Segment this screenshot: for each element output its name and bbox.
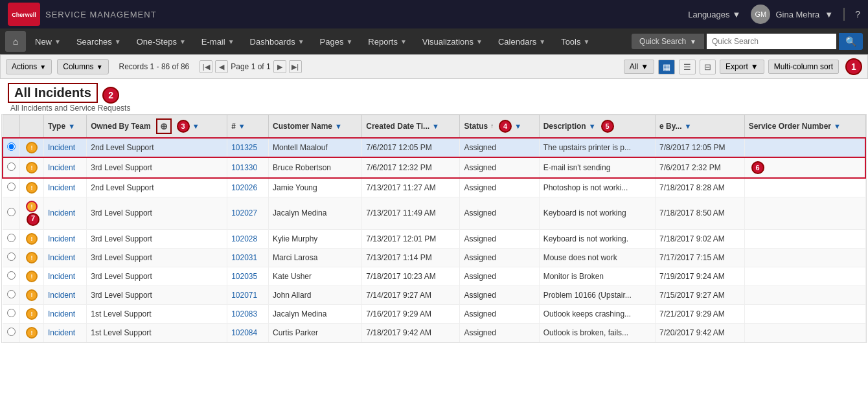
- row-type[interactable]: Incident: [44, 229, 87, 248]
- pager-prev-button[interactable]: ◀: [215, 60, 228, 73]
- col-number[interactable]: # ▼: [227, 115, 269, 138]
- row-radio[interactable]: [7, 271, 16, 280]
- type-filter-icon[interactable]: ▼: [68, 122, 75, 130]
- drag-handle-icon[interactable]: ⊕: [156, 118, 172, 134]
- number-filter-icon[interactable]: ▼: [238, 122, 246, 130]
- row-radio[interactable]: [7, 328, 16, 336]
- row-service-order: [744, 248, 865, 267]
- row-created-date: 7/18/2017 10:23 AM: [362, 267, 460, 285]
- export-label: Export: [725, 62, 748, 71]
- row-radio-cell[interactable]: [3, 178, 20, 197]
- nav-new[interactable]: New ▼: [29, 33, 67, 50]
- row-radio[interactable]: [7, 162, 16, 171]
- actions-button[interactable]: Actions ▼: [6, 59, 52, 74]
- user-menu[interactable]: GM Gina Mehra ▼: [751, 5, 833, 24]
- pager-next-button[interactable]: ▶: [273, 60, 286, 73]
- nav-tools[interactable]: Tools ▼: [554, 33, 596, 50]
- col-created-date[interactable]: Created Date Ti... ▼: [362, 115, 460, 138]
- user-arrow-icon: ▼: [825, 10, 833, 19]
- row-radio-cell[interactable]: [3, 267, 20, 285]
- service-order-filter-icon[interactable]: ▼: [834, 122, 841, 130]
- row-type[interactable]: Incident: [44, 248, 87, 267]
- row-type[interactable]: Incident: [44, 197, 87, 229]
- row-number[interactable]: 102028: [227, 229, 269, 248]
- grid-view-button[interactable]: ▦: [658, 60, 675, 74]
- row-number[interactable]: 101330: [227, 157, 269, 178]
- pager-last-button[interactable]: ▶|: [289, 60, 302, 73]
- row-type[interactable]: Incident: [44, 138, 87, 157]
- nav-searches[interactable]: Searches ▼: [70, 33, 128, 50]
- row-type[interactable]: Incident: [44, 157, 87, 178]
- row-number[interactable]: 102027: [227, 197, 269, 229]
- row-radio-cell[interactable]: [3, 197, 20, 229]
- nav-calendars[interactable]: Calendars ▼: [492, 33, 552, 50]
- customer-filter-icon[interactable]: ▼: [335, 122, 342, 130]
- col-description[interactable]: Description ▼ 5: [539, 115, 655, 138]
- search-button[interactable]: 🔍: [839, 33, 863, 50]
- row-number[interactable]: 101325: [227, 138, 269, 157]
- row-radio[interactable]: [7, 142, 16, 151]
- quick-search-dropdown-button[interactable]: Quick Search ▼: [632, 34, 704, 49]
- row-number[interactable]: 102035: [227, 267, 269, 285]
- list-view-button[interactable]: ☰: [679, 60, 696, 74]
- multi-column-sort-button[interactable]: Multi-column sort: [768, 60, 839, 74]
- incident-icon: !: [26, 182, 38, 194]
- nav-one-steps[interactable]: One-Steps ▼: [130, 33, 192, 50]
- all-filter-button[interactable]: All ▼: [624, 60, 654, 74]
- row-radio-cell[interactable]: [3, 285, 20, 304]
- row-number[interactable]: 102031: [227, 248, 269, 267]
- columns-button[interactable]: Columns ▼: [57, 59, 108, 74]
- row-number[interactable]: 102083: [227, 304, 269, 323]
- nav-reports[interactable]: Reports ▼: [361, 33, 413, 50]
- row-owned-by-team: 3rd Level Support: [87, 267, 227, 285]
- col-owned-by-team[interactable]: Owned By Team ⊕ 3 ▼: [87, 115, 227, 138]
- row-resolved-by: 7/6/2017 2:32 PM: [656, 157, 745, 178]
- row-radio-cell[interactable]: [3, 323, 20, 342]
- row-radio[interactable]: [7, 183, 16, 191]
- row-radio-cell[interactable]: [3, 157, 20, 178]
- export-arrow-icon: ▼: [751, 62, 759, 71]
- home-button[interactable]: ⌂: [5, 31, 26, 52]
- languages-button[interactable]: Languages ▼: [688, 10, 740, 19]
- owned-filter-icon[interactable]: ▼: [192, 122, 200, 130]
- row-type[interactable]: Incident: [44, 323, 87, 342]
- nav-visualizations[interactable]: Visualizations ▼: [416, 33, 489, 50]
- col-status[interactable]: Status ↑ 4 ▼: [460, 115, 539, 138]
- status-filter-icon[interactable]: ▼: [514, 122, 521, 130]
- row-radio[interactable]: [7, 234, 16, 242]
- row-radio[interactable]: [7, 252, 16, 261]
- col-customer-name[interactable]: Customer Name ▼: [268, 115, 361, 138]
- row-radio[interactable]: [7, 290, 16, 298]
- col-type[interactable]: Type ▼: [44, 115, 87, 138]
- status-sort-icon[interactable]: ↑: [490, 122, 494, 129]
- row-type[interactable]: Incident: [44, 178, 87, 197]
- row-radio-cell[interactable]: [3, 229, 20, 248]
- row-radio-cell[interactable]: [3, 304, 20, 323]
- help-button[interactable]: ?: [855, 9, 860, 19]
- row-radio-cell[interactable]: [3, 138, 20, 157]
- row-number[interactable]: 102084: [227, 323, 269, 342]
- row-number[interactable]: 102026: [227, 178, 269, 197]
- row-type[interactable]: Incident: [44, 285, 87, 304]
- col-resolved-by[interactable]: e By... ▼: [656, 115, 745, 138]
- actions-arrow-icon: ▼: [40, 63, 46, 71]
- row-radio-cell[interactable]: [3, 248, 20, 267]
- row-type[interactable]: Incident: [44, 304, 87, 323]
- nav-pages[interactable]: Pages ▼: [314, 33, 360, 50]
- toolbar-right: All ▼ ▦ ☰ ⊟ Export ▼ Multi-column sort 1: [624, 58, 862, 75]
- nav-dashboards[interactable]: Dashboards ▼: [244, 33, 311, 50]
- row-radio[interactable]: [7, 208, 16, 216]
- nav-email[interactable]: E-mail ▼: [195, 33, 241, 50]
- detail-view-button[interactable]: ⊟: [700, 60, 716, 74]
- pager-first-button[interactable]: |◀: [200, 60, 212, 73]
- search-input[interactable]: [707, 34, 836, 49]
- created-filter-icon[interactable]: ▼: [432, 122, 439, 130]
- export-button[interactable]: Export ▼: [720, 60, 764, 74]
- row-created-date: 7/6/2017 12:32 PM: [362, 157, 460, 178]
- row-radio[interactable]: [7, 309, 16, 317]
- row-number[interactable]: 102071: [227, 285, 269, 304]
- desc-filter-icon[interactable]: ▼: [589, 122, 596, 130]
- row-type[interactable]: Incident: [44, 267, 87, 285]
- resolved-filter-icon[interactable]: ▼: [684, 122, 691, 130]
- col-service-order[interactable]: Service Order Number ▼: [744, 115, 865, 138]
